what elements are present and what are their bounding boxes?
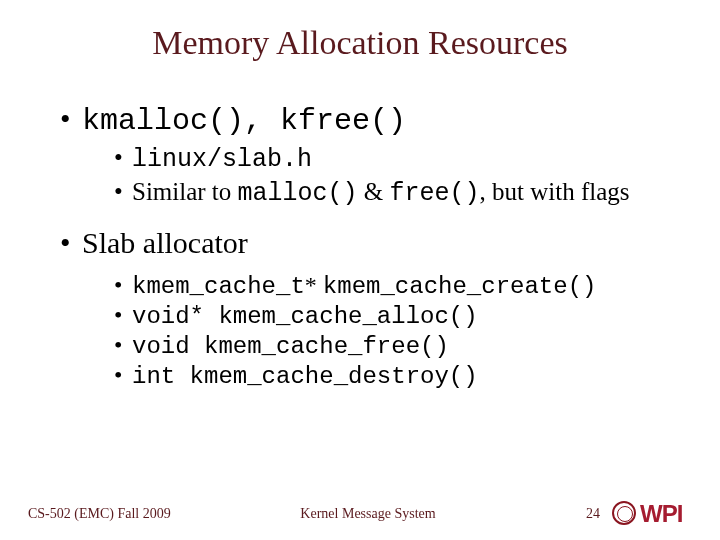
slide-body: kmalloc(), kfree() linux/slab.h Similar …: [60, 102, 680, 392]
bullet-icon: [60, 226, 82, 260]
text-mid: &: [358, 178, 390, 205]
wpi-logo: WPI: [612, 498, 708, 528]
bullet-icon: [114, 362, 132, 389]
bullet-kmalloc-kfree: kmalloc(), kfree(): [60, 102, 680, 138]
bullet-text: linux/slab.h: [132, 145, 312, 174]
code-pre: kmem_cache_t: [132, 273, 305, 300]
bullet-text: Slab allocator: [82, 226, 248, 259]
slide: Memory Allocation Resources kmalloc(), k…: [0, 0, 720, 540]
subbullet-slab-header: linux/slab.h: [114, 144, 680, 174]
code-post: kmem_cache_create(): [323, 273, 597, 300]
text-pre: Similar to: [132, 178, 238, 205]
text-post: , but with flags: [480, 178, 630, 205]
spacer: [60, 212, 680, 226]
subbullet-kmem-create: kmem_cache_t* kmem_cache_create(): [114, 272, 680, 300]
text-plain: *: [305, 272, 323, 298]
code-pre: void* kmem_cache_alloc(): [132, 303, 478, 330]
slide-footer: CS-502 (EMC) Fall 2009 Kernel Message Sy…: [28, 498, 708, 528]
code-pre: int kmem_cache_destroy(): [132, 363, 478, 390]
subbullet-similar-to: Similar to malloc() & free(), but with f…: [114, 178, 680, 208]
code-malloc: malloc(): [238, 179, 358, 208]
slide-title: Memory Allocation Resources: [0, 24, 720, 62]
subbullet-kmem-free: void kmem_cache_free(): [114, 332, 680, 360]
bullet-text: kmalloc(), kfree(): [82, 104, 406, 138]
logo-text: WPI: [640, 500, 682, 528]
subbullet-kmem-alloc: void* kmem_cache_alloc(): [114, 302, 680, 330]
bullet-icon: [60, 102, 82, 136]
bullet-icon: [114, 144, 132, 172]
page-number: 24: [586, 506, 600, 522]
bullet-icon: [114, 272, 132, 299]
bullet-icon: [114, 178, 132, 206]
bullet-icon: [114, 302, 132, 329]
bullet-slab-allocator: Slab allocator: [60, 226, 680, 260]
footer-center: Kernel Message System: [28, 506, 708, 522]
subbullet-kmem-destroy: int kmem_cache_destroy(): [114, 362, 680, 390]
seal-icon: [612, 501, 636, 525]
code-pre: void kmem_cache_free(): [132, 333, 449, 360]
code-free: free(): [390, 179, 480, 208]
bullet-icon: [114, 332, 132, 359]
